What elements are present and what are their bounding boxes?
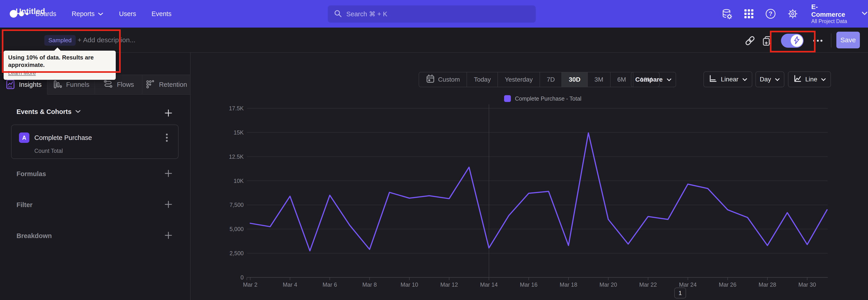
x-axis-tick-label: Mar 6 (322, 281, 337, 288)
x-axis-tick-label: Mar 14 (480, 281, 498, 288)
learn-more-link[interactable]: Learn More (8, 70, 36, 76)
add-to-board-icon[interactable] (761, 34, 774, 47)
breakdown-label: Breakdown (17, 232, 52, 240)
flows-icon (103, 79, 113, 90)
chart-panel: Custom Today Yesterday 7D 30D 3M 6M 12M … (190, 53, 868, 300)
y-axis-tick-label: 5,000 (229, 226, 244, 232)
event-options-icon[interactable] (162, 132, 172, 143)
chevron-down-icon (75, 110, 81, 114)
x-axis-tick-label: Mar 30 (798, 281, 816, 288)
x-axis-tick-label: Mar 24 (679, 281, 697, 288)
y-axis-tick-label: 17.5K (229, 105, 244, 112)
x-axis-tick-label: Mar 20 (599, 281, 617, 288)
svg-text:?: ? (769, 10, 773, 17)
formulas-section: Formulas (0, 168, 190, 181)
nav-item-reports[interactable]: Reports (72, 10, 104, 18)
toggle-knob (791, 35, 803, 47)
y-axis-tick-label: 15K (234, 129, 244, 136)
y-axis-tick-label: 7,500 (229, 202, 244, 208)
search-icon (334, 9, 342, 19)
project-switcher[interactable]: E-Commerce All Project Data (811, 3, 849, 24)
tab-label: Retention (159, 81, 187, 88)
tab-label: Funnels (66, 81, 89, 88)
lightning-bolt-icon (793, 36, 801, 46)
y-axis-tick-label: 10K (234, 178, 244, 184)
add-filter-button[interactable] (163, 200, 174, 209)
series-line (250, 133, 827, 251)
copy-link-icon[interactable] (744, 34, 756, 47)
funnels-icon (53, 79, 62, 91)
line-chart-canvas[interactable]: 02,5005,0007,50010K12.5K15K17.5KMar 2Mar… (191, 53, 868, 300)
nav-label: Users (119, 10, 136, 18)
nav-right-cluster: ? E-Commerce All Project Data (721, 0, 868, 28)
filter-label: Filter (17, 201, 33, 209)
event-metric[interactable]: Count Total (34, 148, 63, 154)
event-card[interactable]: A Complete Purchase Count Total (11, 125, 179, 159)
header-divider (831, 33, 831, 48)
x-axis-tick-label: Mar 10 (401, 281, 418, 288)
tooltip-message: Using 10% of data. Results are approxima… (8, 54, 111, 68)
add-description-button[interactable]: + Add description... (78, 36, 135, 44)
search-placeholder: Search ⌘ + K (346, 10, 387, 18)
retention-icon (145, 79, 155, 90)
x-axis-tick-label: Mar 12 (440, 281, 458, 288)
x-axis-tick-label: Mar 4 (283, 281, 297, 288)
chevron-down-icon[interactable] (861, 11, 868, 17)
nav-label: Reports (72, 10, 95, 18)
y-axis-tick-label: 12.5K (229, 153, 244, 160)
nav-label: Events (151, 10, 172, 18)
x-axis-tick-label: Mar 16 (520, 281, 537, 288)
add-event-button[interactable] (163, 108, 174, 118)
search-input[interactable]: Search ⌘ + K (328, 5, 536, 23)
tab-label: Insights (19, 81, 41, 88)
x-axis-tick-label: Mar 18 (560, 281, 577, 288)
filter-section: Filter (0, 199, 190, 212)
insights-icon (5, 79, 16, 91)
nav-items: Boards Reports Users Events (35, 0, 172, 28)
top-nav: Boards Reports Users Events Search ⌘ + K (0, 0, 868, 28)
event-letter-badge: A (19, 132, 29, 143)
breakdown-section: Breakdown (0, 230, 190, 243)
data-management-icon[interactable] (721, 8, 733, 20)
tab-label: Flows (117, 81, 134, 88)
formulas-label: Formulas (17, 170, 46, 178)
events-cohorts-title: Events & Cohorts (17, 108, 71, 116)
report-title[interactable]: Untitled (16, 7, 45, 16)
x-axis-tick-label: Mar 22 (639, 281, 657, 288)
query-sidebar: Insights Funnels Flows (0, 53, 190, 300)
add-formula-button[interactable] (163, 169, 174, 178)
chevron-down-icon (98, 10, 103, 18)
save-button[interactable]: Save (836, 32, 860, 49)
x-axis-tick-label: Mar 2 (243, 281, 257, 288)
settings-gear-icon[interactable] (787, 8, 799, 20)
event-name[interactable]: Complete Purchase (34, 134, 92, 142)
more-options-icon[interactable] (811, 34, 824, 47)
add-breakdown-button[interactable] (163, 230, 174, 240)
x-axis-tick-label: Mar 8 (362, 281, 377, 288)
sampled-badge[interactable]: Sampled (44, 35, 76, 46)
events-cohorts-header[interactable]: Events & Cohorts (17, 108, 81, 116)
x-axis-tick-label: Mar 28 (758, 281, 776, 288)
nav-item-users[interactable]: Users (119, 10, 136, 18)
y-axis-tick-label: 2,500 (229, 250, 244, 257)
pagination-page-button[interactable]: 1 (674, 288, 686, 298)
x-axis-tick-label: Mar 26 (719, 281, 737, 288)
tab-retention[interactable]: Retention (143, 75, 190, 95)
app-root: Boards Reports Users Events Search ⌘ + K (0, 0, 868, 300)
project-name: E-Commerce (811, 3, 849, 18)
sampling-toggle[interactable] (781, 34, 804, 48)
nav-item-events[interactable]: Events (151, 10, 172, 18)
y-axis-tick-label: 0 (241, 274, 244, 280)
apps-grid-icon[interactable] (743, 8, 754, 20)
sampling-tooltip: Using 10% of data. Results are approxima… (4, 51, 116, 80)
project-scope: All Project Data (811, 18, 849, 24)
help-icon[interactable]: ? (765, 8, 776, 20)
